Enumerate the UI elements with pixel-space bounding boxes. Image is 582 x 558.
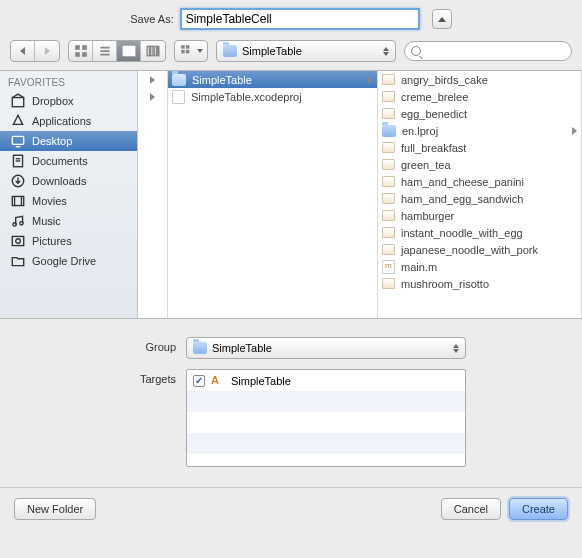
file-row[interactable]: egg_benedict [378,105,581,122]
file-row[interactable]: japanese_noodle_with_pork [378,241,581,258]
target-row-empty [187,412,465,433]
search-input[interactable] [425,45,565,57]
image-file-icon [382,244,395,255]
arrange-button[interactable] [175,41,207,61]
file-label: SimpleTable [192,74,252,86]
back-button[interactable] [11,41,35,61]
sidebar-item-label: Desktop [32,135,72,147]
svg-point-28 [13,223,16,226]
file-label: main.m [401,261,437,273]
file-row[interactable]: creme_brelee [378,88,581,105]
save-as-input[interactable] [180,8,420,30]
sidebar-item-dropbox[interactable]: Dropbox [0,91,137,111]
chevron-right-icon [150,76,155,84]
forward-button[interactable] [35,41,59,61]
group-dropdown[interactable]: SimpleTable [186,337,466,359]
sidebar-header: FAVORITES [0,71,137,91]
view-icons-button[interactable] [69,41,93,61]
list-icon [98,44,112,58]
sidebar-item-downloads[interactable]: Downloads [0,171,137,191]
docs-icon [10,154,26,168]
sidebar-item-documents[interactable]: Documents [0,151,137,171]
image-file-icon [382,91,395,102]
chevron-right-icon [45,47,50,55]
file-row[interactable]: hamburger [378,207,581,224]
arrow-cell[interactable] [138,71,167,88]
view-columns-button[interactable] [117,41,141,61]
create-button[interactable]: Create [509,498,568,520]
file-row[interactable]: green_tea [378,156,581,173]
svg-rect-8 [127,46,131,55]
nav-buttons [10,40,60,62]
file-label: mushroom_risotto [401,278,489,290]
target-row[interactable]: SimpleTable [187,370,465,391]
folder-icon [223,45,237,57]
file-label: egg_benedict [401,108,467,120]
svg-rect-7 [123,46,127,55]
file-row[interactable]: ham_and_cheese_panini [378,173,581,190]
image-file-icon [382,74,395,85]
view-coverflow-button[interactable] [141,41,165,61]
new-folder-button[interactable]: New Folder [14,498,96,520]
collapse-button[interactable] [432,9,452,29]
svg-rect-18 [12,98,23,107]
file-row[interactable]: mushroom_risotto [378,275,581,292]
sidebar-item-label: Pictures [32,235,72,247]
file-row[interactable]: ham_and_egg_sandwich [378,190,581,207]
folder-icon [172,74,186,86]
file-row[interactable]: SimpleTable [168,71,377,88]
image-file-icon [382,142,395,153]
column-arrows [138,71,168,318]
file-label: creme_brelee [401,91,468,103]
cancel-button[interactable]: Cancel [441,498,501,520]
sidebar-item-music[interactable]: Music [0,211,137,231]
svg-rect-19 [12,136,23,144]
chevron-right-icon [572,125,577,137]
checkbox[interactable] [193,375,205,387]
grid-icon [74,44,88,58]
targets-label: Targets [20,369,176,385]
svg-rect-16 [181,50,185,54]
sidebar-item-pictures[interactable]: Pictures [0,231,137,251]
file-row[interactable]: instant_noodle_with_egg [378,224,581,241]
path-dropdown[interactable]: SimpleTable [216,40,396,62]
music-icon [10,214,26,228]
target-name: SimpleTable [231,375,291,387]
sidebar-item-movies[interactable]: Movies [0,191,137,211]
svg-rect-0 [75,45,80,50]
movies-icon [10,194,26,208]
sidebar-item-label: Movies [32,195,67,207]
group-value: SimpleTable [212,342,272,354]
file-row[interactable]: SimpleTable.xcodeproj [168,88,377,105]
search-field[interactable] [404,41,572,61]
updown-icon [383,47,389,56]
sidebar-item-applications[interactable]: Applications [0,111,137,131]
svg-rect-17 [185,50,189,54]
file-row[interactable]: angry_birds_cake [378,71,581,88]
arrow-cell[interactable] [138,88,167,105]
file-row[interactable]: full_breakfast [378,139,581,156]
footer: New Folder Cancel Create [0,488,582,530]
view-list-button[interactable] [93,41,117,61]
sidebar-item-label: Documents [32,155,88,167]
image-file-icon [382,193,395,204]
app-icon [211,374,225,388]
image-file-icon [382,159,395,170]
columns-icon [122,44,136,58]
sidebar: FAVORITES DropboxApplicationsDesktopDocu… [0,71,138,318]
group-label: Group [20,337,176,353]
sidebar-item-label: Downloads [32,175,86,187]
sidebar-item-label: Google Drive [32,255,96,267]
file-label: angry_birds_cake [401,74,488,86]
sidebar-item-google-drive[interactable]: Google Drive [0,251,137,271]
file-label: full_breakfast [401,142,466,154]
box-icon [10,94,26,108]
file-row[interactable]: en.lproj [378,122,581,139]
file-label: ham_and_cheese_panini [401,176,524,188]
file-row[interactable]: main.m [378,258,581,275]
svg-rect-11 [151,46,153,55]
view-mode-buttons [68,40,166,62]
sidebar-item-label: Music [32,215,61,227]
sidebar-item-desktop[interactable]: Desktop [0,131,137,151]
svg-rect-12 [154,46,156,55]
